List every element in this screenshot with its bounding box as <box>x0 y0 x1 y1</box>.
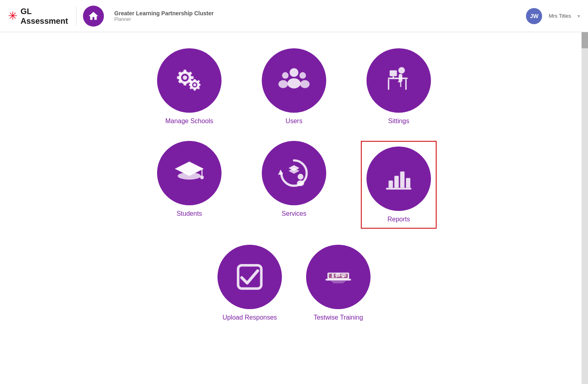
svg-rect-15 <box>198 84 201 86</box>
bottom-row: Upload Responses <box>149 245 439 321</box>
testwise-training-icon-circle <box>306 245 371 309</box>
upload-responses-label: Upload Responses <box>222 314 277 321</box>
menu-item-upload-responses[interactable]: Upload Responses <box>217 245 282 321</box>
gears-icon <box>171 62 207 99</box>
students-label: Students <box>176 210 202 217</box>
svg-rect-14 <box>189 84 192 86</box>
header: ✳ GL Assessment Greater Learning Partner… <box>0 0 588 32</box>
menu-item-testwise-training[interactable]: Testwise Training <box>306 245 371 321</box>
students-icon-circle <box>157 141 222 205</box>
services-label: Services <box>282 210 306 217</box>
svg-point-61 <box>336 275 337 275</box>
svg-rect-68 <box>331 281 346 282</box>
svg-point-23 <box>278 80 288 88</box>
svg-rect-49 <box>400 171 405 188</box>
svg-rect-33 <box>390 70 397 76</box>
svg-point-63 <box>340 275 340 275</box>
graduation-cap-icon <box>171 155 207 191</box>
training-icon <box>320 259 356 295</box>
svg-point-66 <box>345 275 346 276</box>
svg-point-11 <box>193 83 196 86</box>
svg-rect-69 <box>333 283 344 283</box>
svg-rect-50 <box>406 178 410 188</box>
scrollbar-track[interactable] <box>582 32 588 384</box>
header-org-info: Greater Learning Partnership Cluster Pla… <box>110 10 520 22</box>
menu-item-sittings[interactable]: Sittings <box>358 48 439 125</box>
home-button[interactable] <box>83 6 104 27</box>
svg-rect-3 <box>184 82 186 86</box>
sub-name: Planner <box>114 17 520 22</box>
reports-icon-circle <box>366 147 431 211</box>
menu-item-reports[interactable]: Reports <box>358 141 439 229</box>
reports-label: Reports <box>387 216 410 223</box>
menu-item-users[interactable]: Users <box>254 48 334 125</box>
svg-point-40 <box>184 166 195 170</box>
svg-point-45 <box>297 180 304 186</box>
svg-rect-46 <box>386 188 412 190</box>
svg-point-24 <box>300 72 306 78</box>
svg-point-55 <box>332 274 334 276</box>
svg-point-64 <box>342 275 343 276</box>
svg-point-65 <box>344 275 344 276</box>
sittings-icon-circle <box>366 48 431 113</box>
main-content: Manage Schools Users <box>0 32 588 384</box>
sittings-icon <box>381 62 417 99</box>
svg-rect-32 <box>388 79 389 90</box>
menu-item-students[interactable]: Students <box>149 141 230 229</box>
svg-marker-43 <box>289 168 300 173</box>
svg-rect-13 <box>194 88 196 91</box>
svg-rect-67 <box>329 279 348 280</box>
svg-marker-41 <box>278 169 283 175</box>
services-icon <box>276 155 312 191</box>
logo-area: ✳ GL Assessment <box>8 6 77 26</box>
upload-responses-icon-circle <box>217 245 282 309</box>
bar-chart-icon <box>381 161 417 197</box>
logo-text: GL Assessment <box>21 6 68 26</box>
reports-highlight-box: Reports <box>361 141 437 229</box>
sittings-label: Sittings <box>388 118 409 125</box>
svg-rect-30 <box>388 78 408 79</box>
svg-point-1 <box>183 75 187 80</box>
scrollbar-thumb[interactable] <box>582 32 588 48</box>
checkbox-icon <box>232 259 268 295</box>
dropdown-arrow-icon[interactable]: ▾ <box>578 13 580 19</box>
svg-point-39 <box>200 175 204 179</box>
svg-rect-12 <box>194 79 196 82</box>
svg-point-26 <box>398 67 405 74</box>
manage-schools-label: Manage Schools <box>165 118 213 125</box>
svg-point-44 <box>298 174 303 180</box>
svg-rect-31 <box>405 79 407 90</box>
svg-rect-47 <box>389 181 393 188</box>
svg-point-20 <box>290 68 298 77</box>
svg-rect-2 <box>184 70 186 73</box>
svg-point-22 <box>282 72 288 78</box>
manage-schools-icon-circle <box>157 48 222 113</box>
svg-point-21 <box>288 78 300 89</box>
users-icon <box>276 62 312 99</box>
svg-point-25 <box>300 80 309 88</box>
svg-rect-48 <box>394 176 399 188</box>
svg-rect-4 <box>177 76 180 79</box>
testwise-training-label: Testwise Training <box>314 314 363 321</box>
services-icon-circle <box>262 141 326 205</box>
svg-rect-5 <box>190 76 194 79</box>
org-name: Greater Learning Partnership Cluster <box>114 10 520 17</box>
svg-rect-34 <box>393 76 394 78</box>
svg-rect-29 <box>400 82 402 87</box>
menu-item-manage-schools[interactable]: Manage Schools <box>149 48 230 125</box>
svg-rect-56 <box>332 276 334 278</box>
users-icon-circle <box>262 48 326 113</box>
menu-grid: Manage Schools Users <box>149 48 439 321</box>
logo-star-icon: ✳ <box>8 9 17 23</box>
avatar: JW <box>526 8 542 24</box>
svg-point-62 <box>338 275 339 275</box>
menu-item-services[interactable]: Services <box>254 141 334 229</box>
home-icon <box>88 10 99 22</box>
header-right: JW Mrs Titles ▾ <box>526 8 580 24</box>
users-label: Users <box>286 118 302 125</box>
user-name: Mrs Titles <box>549 13 571 19</box>
